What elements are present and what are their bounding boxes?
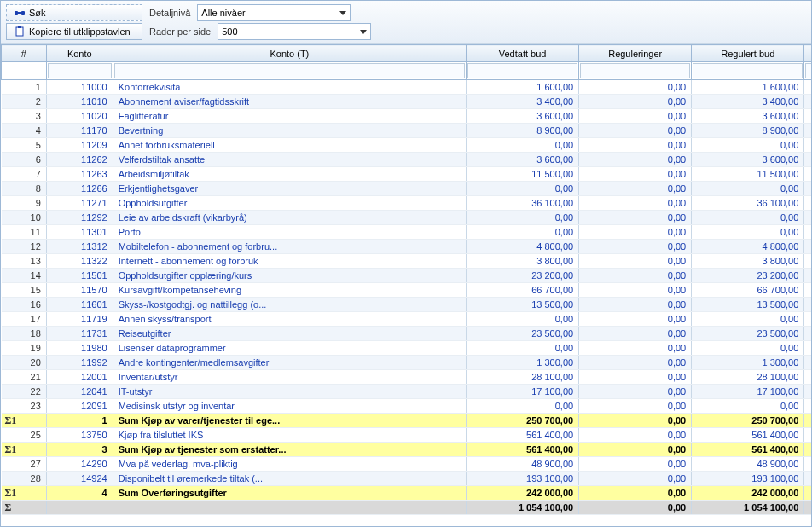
table-row[interactable]: 2814924Disponibelt til øremerkede tiltak… xyxy=(2,472,812,486)
filter-kontot[interactable] xyxy=(114,63,465,78)
cell: 0,00 xyxy=(692,399,804,414)
cell: 13 315,76 xyxy=(804,327,811,341)
cell: 23 200,00 xyxy=(692,269,804,283)
cell: Sum Overføringsutgifter xyxy=(113,486,466,501)
table-row[interactable]: 2011992Andre kontingenter/medlemsavgifte… xyxy=(2,356,812,370)
table-row[interactable]: 1111301Porto0,000,000,001 275,50-1 275,5… xyxy=(2,225,812,240)
cell: 48 900,00 xyxy=(467,457,579,472)
col-kontot[interactable]: Konto (T) xyxy=(113,45,466,62)
cell: 0,00 xyxy=(579,167,692,182)
col-regulert[interactable]: Regulert bud xyxy=(692,45,804,62)
cell: 6 249,46 xyxy=(804,124,811,138)
cell: 625,40 xyxy=(804,153,811,167)
cell: 17 100,00 xyxy=(467,385,579,399)
cell: 23 200,00 xyxy=(467,269,579,283)
cell: 6 663,00 xyxy=(804,196,811,211)
table-row[interactable]: Σ13Sum Kjøp av tjenester som erstatter..… xyxy=(2,443,812,457)
cell xyxy=(113,501,466,515)
cell: 887 996,22 xyxy=(804,501,811,515)
table-row[interactable]: 211010Abonnement aviser/fagtidsskrift3 4… xyxy=(2,95,812,109)
cell: 12041 xyxy=(46,385,113,399)
svg-rect-3 xyxy=(16,27,23,36)
cell: Internett - abonnement og forbruk xyxy=(113,254,466,269)
cell: 786 951,00 xyxy=(804,443,811,457)
table-row[interactable]: 111000Kontorrekvisita1 600,000,001 600,0… xyxy=(2,80,812,95)
filter-regnskap[interactable] xyxy=(805,63,811,78)
table-row[interactable]: 411170Bevertning8 900,000,008 900,006 24… xyxy=(2,124,812,138)
table-row[interactable]: 511209Annet forbruksmateriell0,000,000,0… xyxy=(2,138,812,153)
table-row[interactable]: 611262Velferdstiltak ansatte3 600,000,00… xyxy=(2,153,812,167)
table-row[interactable]: 911271Oppholdsutgifter36 100,000,0036 10… xyxy=(2,196,812,211)
cell: Reiseutgifter xyxy=(113,327,466,341)
cell: 0,00 xyxy=(579,428,692,443)
cell: 11263 xyxy=(46,167,113,182)
table-row[interactable]: Σ11Sum Kjøp av varer/tjenester til ege..… xyxy=(2,414,812,428)
cell: 0,00 xyxy=(692,182,804,196)
cell: 3 xyxy=(2,109,47,124)
table-row[interactable]: 2714290Mva på vederlag, mva-pliktig48 90… xyxy=(2,457,812,472)
cell: 13 500,00 xyxy=(467,298,579,312)
cell: 14290 xyxy=(46,457,113,472)
cell: 0,00 xyxy=(692,211,804,225)
table-row[interactable]: 2212041IT-utstyr17 100,000,0017 100,000,… xyxy=(2,385,812,399)
cell: 0,00 xyxy=(579,240,692,254)
cell: 5 xyxy=(2,138,47,153)
search-button[interactable]: Søk xyxy=(6,4,142,21)
cell: 36 100,00 xyxy=(692,196,804,211)
cell: 0,00 xyxy=(579,80,692,95)
cell: Leie av arbeidskraft (vikarbyrå) xyxy=(113,211,466,225)
filter-konto[interactable] xyxy=(48,63,112,78)
col-reguleringer[interactable]: Reguleringer xyxy=(579,45,692,62)
filter-vedtatt[interactable] xyxy=(467,63,577,78)
cell: Sum Kjøp av varer/tjenester til ege... xyxy=(113,414,466,428)
table-row[interactable]: 1511570Kursavgift/kompetanseheving66 700… xyxy=(2,283,812,298)
data-grid[interactable]: # Konto Konto (T) Vedtatt bud Regulering… xyxy=(1,44,811,527)
table-row[interactable]: 811266Erkjentlighetsgaver0,000,000,005 0… xyxy=(2,182,812,196)
col-regnskap[interactable]: Regnskap xyxy=(804,45,811,62)
cell: 0,00 xyxy=(579,298,692,312)
cell: 0,00 xyxy=(579,501,692,515)
cell: Sum Kjøp av tjenester som erstatter... xyxy=(113,443,466,457)
cell: 12091 xyxy=(46,399,113,414)
col-konto[interactable]: Konto xyxy=(46,45,113,62)
table-row[interactable]: 2513750Kjøp fra tilsluttet IKS561 400,00… xyxy=(2,428,812,443)
table-row[interactable]: 311020Faglitteratur3 600,000,003 600,000… xyxy=(2,109,812,124)
cell: 48 900,00 xyxy=(692,457,804,472)
col-idx[interactable]: # xyxy=(2,45,47,62)
cell: 0,00 xyxy=(579,283,692,298)
cell: 3 xyxy=(46,443,113,457)
cell: 0,00 xyxy=(467,211,579,225)
cell: 8 xyxy=(2,182,47,196)
svg-rect-2 xyxy=(18,12,21,14)
table-row[interactable]: 1911980Lisenser dataprogrammer0,000,000,… xyxy=(2,341,812,356)
cell: 11301 xyxy=(46,225,113,240)
cell: 9 xyxy=(2,196,47,211)
table-row[interactable]: 1311322Internett - abonnement og forbruk… xyxy=(2,254,812,269)
table-row[interactable]: 1211312Mobiltelefon - abonnement og forb… xyxy=(2,240,812,254)
table-row[interactable]: 1811731Reiseutgifter23 500,000,0023 500,… xyxy=(2,327,812,341)
cell: 0,00 xyxy=(579,225,692,240)
rpp-select[interactable]: 500 xyxy=(218,23,371,40)
col-vedtatt[interactable]: Vedtatt bud xyxy=(467,45,579,62)
table-row[interactable]: 1611601Skyss-/kostgodtgj. og nattillegg … xyxy=(2,298,812,312)
cell: Annen skyss/transport xyxy=(113,312,466,327)
cell: 23 500,00 xyxy=(692,327,804,341)
filter-regulert[interactable] xyxy=(693,63,803,78)
cell: 561 400,00 xyxy=(692,428,804,443)
table-row[interactable]: 2312091Medisinsk utstyr og inventar0,000… xyxy=(2,399,812,414)
table-row[interactable]: 711263Arbeidsmiljøtiltak11 500,000,0011 … xyxy=(2,167,812,182)
table-row[interactable]: 1411501Oppholdsutgifter opplæring/kurs23… xyxy=(2,269,812,283)
table-row[interactable]: 1011292Leie av arbeidskraft (vikarbyrå)0… xyxy=(2,211,812,225)
cell: 0,00 xyxy=(579,385,692,399)
table-row[interactable]: 2112001Inventar/utstyr28 100,000,0028 10… xyxy=(2,370,812,385)
cell: 193 100,00 xyxy=(692,472,804,486)
filter-reguleringer[interactable] xyxy=(580,63,690,78)
cell: 1 300,00 xyxy=(467,356,579,370)
table-row[interactable]: Σ1 054 100,000,001 054 100,00887 996,221… xyxy=(2,501,812,515)
cell: Disponibelt til øremerkede tiltak (... xyxy=(113,472,466,486)
table-row[interactable]: Σ14Sum Overføringsutgifter242 000,000,00… xyxy=(2,486,812,501)
table-row[interactable]: 1711719Annen skyss/transport0,000,000,00… xyxy=(2,312,812,327)
copy-button[interactable]: Kopiere til utklippstavlen xyxy=(6,23,142,40)
level-select[interactable]: Alle nivåer xyxy=(197,4,351,21)
cell: 1 600,00 xyxy=(692,80,804,95)
